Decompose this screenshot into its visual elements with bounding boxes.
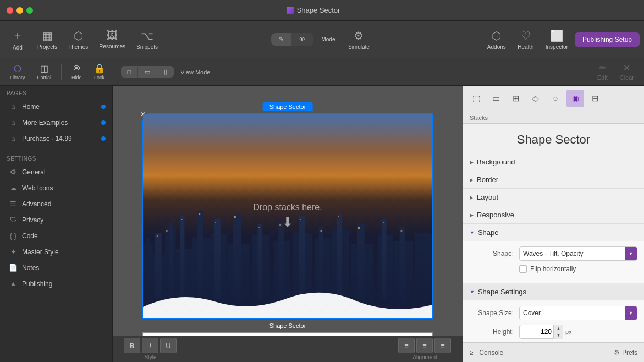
- themes-icon: ⬡: [74, 29, 83, 42]
- traffic-lights[interactable]: [7, 7, 33, 14]
- projects-button[interactable]: ▦ Projects: [33, 27, 62, 52]
- panel-icon-active[interactable]: ◉: [566, 90, 584, 107]
- shape-select[interactable]: Waves - Tilt, Opacity ▼: [519, 246, 637, 261]
- mode-edit-button[interactable]: ✎: [271, 33, 291, 46]
- sidebar-item-purchase[interactable]: ⌂ Purchase · 14.99: [2, 131, 110, 146]
- height-input-wrap: ▲ ▼: [519, 325, 563, 339]
- projects-label: Projects: [37, 44, 57, 50]
- prefs-icon: ⚙: [614, 349, 620, 356]
- vm-tablet-button[interactable]: ▭: [138, 66, 157, 78]
- accordion-responsive-header[interactable]: ▶ Responsive: [463, 206, 644, 223]
- panel-icon-grid2[interactable]: ⊟: [586, 90, 604, 107]
- mode-view-button[interactable]: 👁: [291, 33, 313, 46]
- inspector-button[interactable]: ⬜ Inspector: [541, 27, 573, 52]
- hide-button[interactable]: 👁 Hide: [67, 62, 86, 83]
- maximize-button[interactable]: [26, 7, 33, 14]
- border-arrow: ▶: [470, 177, 474, 183]
- size-select[interactable]: Cover ▼: [519, 306, 637, 320]
- sidebar-item-privacy[interactable]: 🛡 Privacy: [2, 212, 110, 227]
- sidebar-item-web-icons[interactable]: ☁ Web Icons: [2, 180, 110, 195]
- settings-section-title: Settings: [0, 151, 112, 164]
- vm-desktop-button[interactable]: □: [121, 67, 139, 78]
- snippets-label: Snippets: [136, 44, 158, 50]
- accordion-border-header[interactable]: ▶ Border: [463, 171, 644, 188]
- sidebar-item-general[interactable]: ⚙ General: [2, 164, 110, 179]
- sidebar-item-notes[interactable]: 📄 Notes: [2, 260, 110, 275]
- accordion-shape-settings-header[interactable]: ▼ Shape Settings: [463, 283, 644, 300]
- panel-icon-grid[interactable]: ⊞: [507, 90, 525, 107]
- publishing-setup-button[interactable]: Publishing Setup: [575, 32, 640, 47]
- console-area[interactable]: ≥_ Console: [470, 349, 503, 356]
- panel-icon-layout[interactable]: ⬚: [467, 90, 485, 107]
- clear-label: Clear: [620, 74, 634, 81]
- edit-label: Edit: [597, 74, 608, 81]
- shape-form-row: Shape: Waves - Tilt, Opacity ▼: [470, 246, 637, 261]
- accordion-layout: ▶ Layout: [463, 189, 644, 206]
- accordion-layout-header[interactable]: ▶ Layout: [463, 189, 644, 206]
- minimize-button[interactable]: [16, 7, 23, 14]
- prefs-area[interactable]: ⚙ Prefs: [614, 349, 637, 356]
- main-content: Pages ⌂ Home ⌂ More Examples ⌂ Purchase …: [0, 86, 644, 362]
- underline-button[interactable]: U: [160, 338, 177, 353]
- italic-button[interactable]: I: [142, 338, 158, 353]
- page-block-1-wrapper: Shape Sector ✕ ℹ: [142, 113, 433, 319]
- sidebar-item-more-examples[interactable]: ⌂ More Examples: [2, 115, 110, 130]
- home-badge: [101, 105, 106, 109]
- align-center-button[interactable]: ≡: [416, 338, 433, 353]
- snippets-button[interactable]: ⌥ Snippets: [132, 27, 162, 52]
- align-group: ≡ ≡ ≡: [398, 338, 452, 353]
- page-block-2[interactable]: Shape Sector: [142, 332, 433, 336]
- addons-label: Addons: [487, 44, 506, 50]
- shape-select-value: Waves - Tilt, Opacity: [520, 250, 625, 257]
- web-icons-icon: ☁: [9, 184, 18, 192]
- more-examples-badge: [101, 120, 106, 125]
- page-block-2-wrapper: Shape Sector: [142, 332, 433, 336]
- flip-checkbox[interactable]: [519, 265, 527, 273]
- accordion-background-header[interactable]: ▶ Background: [463, 153, 644, 171]
- prefs-label: Prefs: [622, 349, 637, 356]
- general-icon: ⚙: [9, 168, 18, 176]
- hide-label: Hide: [71, 75, 82, 80]
- align-left-button[interactable]: ≡: [398, 338, 415, 353]
- height-stepper-up[interactable]: ▲: [553, 325, 563, 332]
- height-stepper-down[interactable]: ▼: [553, 332, 563, 339]
- publishing-setup-label: Publishing Setup: [582, 36, 632, 43]
- accordion-shape-header[interactable]: ▼ Shape: [463, 224, 644, 241]
- view-mode-label: View Mode: [177, 69, 213, 75]
- sidebar-item-advanced[interactable]: ☰ Advanced: [2, 196, 110, 211]
- addons-button[interactable]: ⬡ Addons: [483, 27, 510, 52]
- health-button[interactable]: ♡ Health: [513, 27, 539, 52]
- align-right-button[interactable]: ≡: [434, 338, 451, 353]
- panel-icon-page[interactable]: ▭: [487, 90, 505, 107]
- accordion-background: ▶ Background: [463, 153, 644, 171]
- library-icon: ⬡: [14, 63, 21, 74]
- add-button[interactable]: ＋ Add: [4, 26, 31, 53]
- simulate-label: Simulate: [348, 44, 370, 50]
- mode-label: Mode: [321, 36, 335, 42]
- page-block-1[interactable]: Shape Sector ✕ ℹ: [142, 113, 433, 319]
- sidebar-item-master-style[interactable]: ✦ Master Style: [2, 244, 110, 259]
- advanced-icon: ☰: [9, 200, 18, 208]
- lock-label: Lock: [94, 75, 104, 80]
- background-arrow: ▶: [470, 160, 474, 165]
- mode-button[interactable]: Mode: [315, 34, 342, 45]
- themes-button[interactable]: ⬡ Themes: [64, 27, 92, 52]
- sidebar-item-more-examples-label: More Examples: [22, 119, 68, 127]
- sidebar-item-home[interactable]: ⌂ Home: [2, 99, 110, 114]
- alignment-label: Alignment: [412, 354, 437, 360]
- bold-button[interactable]: B: [124, 338, 140, 353]
- simulate-button[interactable]: ⚙ Simulate: [344, 27, 374, 52]
- accordion-shape: ▼ Shape Shape: Waves - Tilt, Opacity ▼: [463, 224, 644, 283]
- panel-icon-search[interactable]: ○: [547, 90, 564, 107]
- close-button[interactable]: [7, 7, 13, 14]
- sidebar-item-code[interactable]: { } Code: [2, 228, 110, 243]
- partial-button[interactable]: ◫ Partial: [33, 61, 56, 83]
- library-button[interactable]: ⬡ Library: [5, 61, 30, 83]
- resources-button[interactable]: 🖼 Resources: [95, 27, 130, 52]
- home-icon: ⌂: [9, 102, 18, 111]
- lock-button[interactable]: 🔒 Lock: [90, 61, 109, 83]
- vm-mobile-button[interactable]: ▯: [157, 66, 174, 78]
- add-label: Add: [13, 45, 23, 51]
- panel-icon-tag[interactable]: ◇: [527, 90, 544, 107]
- sidebar-item-publishing[interactable]: ▲ Publishing: [2, 276, 110, 291]
